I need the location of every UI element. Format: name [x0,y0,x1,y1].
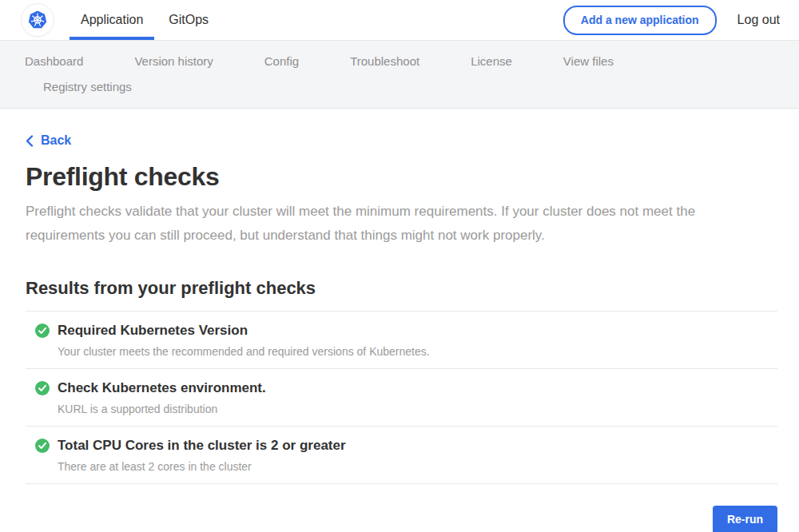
check-message: There are at least 2 cores in the cluste… [58,460,777,473]
check-message: Your cluster meets the recommended and r… [58,345,777,358]
subnav-item-version-history[interactable]: Version history [134,49,213,74]
back-link[interactable]: Back [26,133,71,148]
check-title: Check Kubernetes environment. [58,380,266,396]
tab-application-label: Application [81,13,143,27]
page-title: Preflight checks [26,162,777,192]
tab-application[interactable]: Application [70,0,154,40]
check-circle-icon [35,381,50,395]
kubernetes-logo [22,4,54,36]
check-message: KURL is a supported distribution [58,403,777,415]
preflight-results-list: Required Kubernetes Version Your cluster… [26,311,777,484]
subnav-item-license[interactable]: License [471,49,512,74]
check-head: Check Kubernetes environment. [35,380,777,396]
preflight-result-row: Check Kubernetes environment. KURL is a … [26,369,777,427]
preflight-result-row: Required Kubernetes Version Your cluster… [26,312,777,369]
check-circle-icon [35,324,50,338]
logout-link[interactable]: Log out [737,13,780,27]
sub-nav-row-1: Dashboard Version history Config Trouble… [25,49,799,74]
page-description: Preflight checks validate that your clus… [26,200,777,248]
subnav-item-troubleshoot[interactable]: Troubleshoot [350,49,419,74]
check-title: Total CPU Cores in the cluster is 2 or g… [58,438,346,454]
sub-nav-row-2: Registry settings [25,74,799,100]
check-head: Total CPU Cores in the cluster is 2 or g… [35,438,777,454]
tab-gitops[interactable]: GitOps [157,0,220,40]
preflight-page: Back Preflight checks Preflight checks v… [0,109,799,532]
subnav-item-view-files[interactable]: View files [563,49,614,74]
preflight-result-row: Total CPU Cores in the cluster is 2 or g… [26,427,777,484]
footer-actions: Re-run [26,506,777,532]
top-nav-spacer [223,0,563,40]
subnav-item-config[interactable]: Config [264,49,299,74]
check-circle-icon [35,439,50,453]
subnav-item-registry-settings[interactable]: Registry settings [43,74,132,100]
tab-gitops-label: GitOps [169,13,209,27]
add-new-application-button[interactable]: Add a new application [563,6,717,35]
app-sub-nav: Dashboard Version history Config Trouble… [0,41,799,109]
check-title: Required Kubernetes Version [58,323,248,339]
subnav-item-dashboard[interactable]: Dashboard [25,49,83,74]
check-head: Required Kubernetes Version [35,323,777,339]
top-nav: Application GitOps Add a new application… [0,0,799,41]
results-heading: Results from your preflight checks [26,278,777,299]
rerun-button[interactable]: Re-run [713,506,777,532]
kubernetes-helm-icon [24,6,51,34]
back-link-label: Back [41,133,71,148]
chevron-left-icon [26,135,34,147]
